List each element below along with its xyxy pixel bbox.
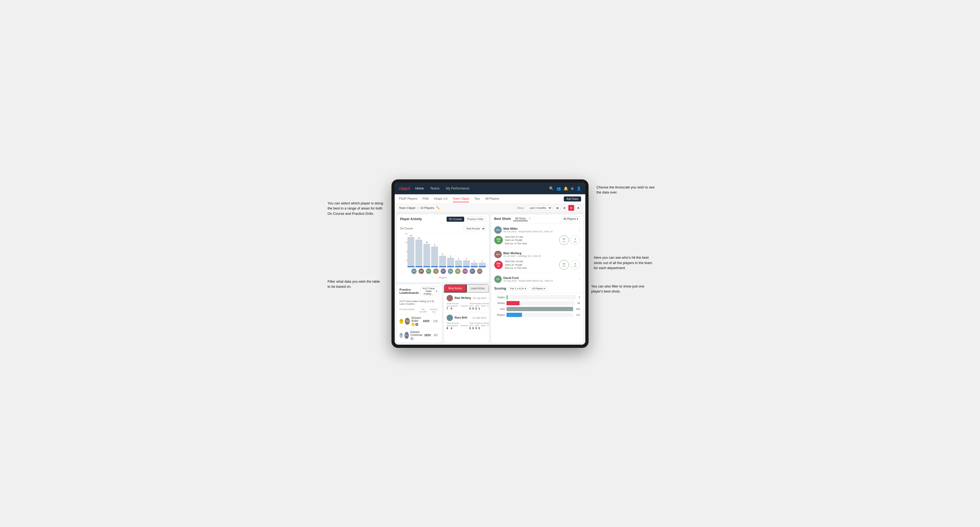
shot-player-meta-1: 09 Jun 2023 · Royal North Devon GC, Hole… bbox=[503, 230, 577, 233]
avatar-o-billingham: OB bbox=[448, 268, 453, 274]
bar-e-crossman: 2 bbox=[471, 233, 478, 267]
shot-badge-2: 200 SG bbox=[494, 260, 503, 269]
search-icon[interactable]: 🔍 bbox=[549, 186, 554, 190]
time-select[interactable]: Last 3 months Last 6 months Last year bbox=[527, 205, 552, 211]
edit-icon[interactable]: ✏️ bbox=[436, 206, 440, 210]
score-bar-eagles bbox=[506, 295, 508, 300]
view-settings-button[interactable]: ⚙ bbox=[575, 205, 581, 211]
sub-nav-hcaps[interactable]: Hcaps 1-5 bbox=[434, 195, 447, 202]
lb-avatar-2: EC bbox=[404, 332, 409, 339]
pai-date-1: 26 Aug 2023 bbox=[473, 297, 486, 300]
lb-row-1: 🥇 RB Richard Butler ★ 1 19/20 110 bbox=[397, 314, 442, 329]
player-avatars: BM BB DF JC EE OB RB MM EC LR bbox=[400, 267, 486, 276]
toggle-group: On Course Practice Drills bbox=[447, 217, 486, 222]
score-bar-bogeys bbox=[506, 313, 522, 317]
sub-nav-right: Add Team bbox=[564, 196, 581, 202]
lb-score-2: 18/20 bbox=[424, 334, 431, 337]
shot-stats-1: 67 yds 0 yds bbox=[559, 235, 580, 245]
player-filter-dropdown[interactable]: All Players ▾ bbox=[562, 217, 580, 221]
lb-dropdown[interactable]: PUTT Must Make Putting ... ▾ bbox=[420, 286, 439, 296]
score-num-eagles: 3 bbox=[579, 296, 580, 298]
team-name: Team Clippd bbox=[399, 206, 415, 210]
tab-most-active[interactable]: Most Active bbox=[444, 284, 466, 292]
score-row-pars: Pars 499 bbox=[494, 307, 580, 311]
scoring-header: Scoring Par 3, 4 & 5s ▾ All Players ▾ bbox=[491, 284, 583, 293]
sub-nav-pga[interactable]: PGA bbox=[423, 195, 429, 202]
player-count: 14 Players bbox=[420, 206, 434, 210]
tablet-screen: clippd Home Teams My Performance 🔍 👥 🔔 ⊕… bbox=[395, 183, 585, 344]
plus-circle-icon[interactable]: ⊕ bbox=[571, 186, 574, 190]
toggle-practice[interactable]: Practice Drills bbox=[465, 217, 486, 222]
view-grid-button[interactable]: ⊞ bbox=[554, 205, 560, 211]
x-axis-label: Players bbox=[400, 276, 486, 280]
score-label-bogeys: Bogeys bbox=[494, 314, 505, 316]
score-bar-pars bbox=[506, 307, 573, 311]
shot-player-name-2: Blair McHarg bbox=[503, 252, 577, 255]
score-bar-container-eagles bbox=[506, 295, 576, 300]
team-header: Team Clippd | 14 Players ✏️ Show: Last 3… bbox=[395, 204, 585, 213]
player-active-1: Blair McHarg 26 Aug 2023 Total Rounds To… bbox=[444, 293, 489, 313]
tab-least-active[interactable]: Least Active bbox=[466, 284, 489, 292]
shot-player-info-2: Blair McHarg 23 Jul 2023 · Ashridge GC, … bbox=[503, 252, 577, 257]
shot-player-row-1: MM Matt Miller 09 Jun 2023 · Royal North… bbox=[494, 226, 580, 234]
bell-icon[interactable]: 🔔 bbox=[563, 186, 568, 190]
shot-text-2: Shot Dist: 43 ydsStart Lie: RoughEnd Lie… bbox=[505, 260, 557, 270]
most-active-card: Most Active Least Active Blair McHarg 26… bbox=[444, 284, 489, 343]
shot-item-1[interactable]: MM Matt Miller 09 Jun 2023 · Royal North… bbox=[491, 224, 583, 248]
section-title: On Course bbox=[400, 227, 413, 230]
pai-name-1: Blair McHarg bbox=[455, 297, 471, 300]
sub-nav-all-players[interactable]: All Players bbox=[485, 195, 499, 202]
shot-player-info-3: David Ford 24 Aug 2023 · Royal North Dev… bbox=[503, 276, 577, 282]
lb-col-headers: PLAYER NAME PB SCORE PB AVG SQ bbox=[397, 307, 442, 314]
nav-link-teams[interactable]: Teams bbox=[429, 186, 441, 191]
score-label-eagles: Eagles bbox=[494, 296, 505, 298]
best-shots-title: Best Shots bbox=[494, 217, 511, 221]
view-list-button[interactable]: ☰ bbox=[562, 205, 567, 211]
lb-subtitle: PUTT Must Make Putting (3-6 ft), Last 3 … bbox=[397, 298, 442, 307]
score-row-eagles: Eagles 3 bbox=[494, 295, 580, 300]
y-axis: 15 10 5 0 bbox=[400, 233, 407, 262]
bar-o-billingham: 4 bbox=[447, 233, 454, 267]
tab-all-shots[interactable]: All Shots bbox=[513, 217, 528, 221]
lb-score-1: 19/20 bbox=[422, 320, 430, 322]
shot-details-1: 200 SG Shot Dist: 67 ydsStart Lie: Rough… bbox=[494, 235, 580, 245]
scoring-chart: Eagles 3 Birdies bbox=[491, 293, 583, 321]
leaderboard-card: Practice Leaderboards PUTT Must Make Put… bbox=[397, 284, 442, 343]
lb-title: Practice Leaderboards bbox=[399, 288, 419, 294]
pai-top-1: Blair McHarg 26 Aug 2023 bbox=[447, 295, 486, 301]
users-icon[interactable]: 👥 bbox=[556, 186, 561, 190]
scoring-filter-1[interactable]: Par 3, 4 & 5s ▾ bbox=[508, 286, 528, 290]
sub-nav-tour[interactable]: Tour bbox=[474, 195, 480, 202]
bottom-left-section: Practice Leaderboards PUTT Must Make Put… bbox=[397, 284, 489, 343]
sub-nav-team-clippd[interactable]: Team Clippd bbox=[453, 195, 469, 202]
shot-item-2[interactable]: BM Blair McHarg 23 Jul 2023 · Ashridge G… bbox=[491, 248, 583, 273]
lb-player-name-1: Richard Butler ★ 1 bbox=[412, 316, 420, 326]
score-label-birdies: Birdies bbox=[494, 302, 505, 305]
scoring-filter-2[interactable]: All Players ▾ bbox=[530, 286, 547, 290]
lb-col-player: PLAYER NAME bbox=[399, 308, 418, 313]
avatar-e-crossman: EC bbox=[469, 268, 475, 274]
shot-badge-1: 200 SG bbox=[494, 236, 503, 244]
nav-link-home[interactable]: Home bbox=[414, 186, 425, 191]
annotation-right-bottom: You can also filter to show just one pla… bbox=[591, 284, 655, 294]
sub-nav-pgat[interactable]: PGAT Players bbox=[399, 195, 417, 202]
page-wrapper: Choose the timescale you wish to see the… bbox=[330, 179, 650, 348]
user-icon[interactable]: 👤 bbox=[577, 186, 581, 190]
nav-link-performance[interactable]: My Performance bbox=[445, 186, 471, 191]
shot-text-1: Shot Dist: 67 ydsStart Lie: RoughEnd Lie… bbox=[505, 235, 557, 245]
activity-title: Player Activity bbox=[400, 217, 447, 221]
scoring-title: Scoring bbox=[494, 287, 506, 290]
pai-avatar-2 bbox=[447, 314, 453, 321]
bar-b-mcharg: 13 bbox=[407, 233, 414, 267]
player-activity-card: Player Activity On Course Practice Drill… bbox=[397, 214, 489, 282]
avatar-b-mcharg: BM bbox=[411, 268, 417, 274]
pai-stats-1: Total Rounds Tournament Practice 7 6 bbox=[447, 302, 486, 310]
view-heart-button[interactable]: ♥ bbox=[568, 205, 574, 211]
chart-dropdown[interactable]: Total Rounds Fairways Hit bbox=[464, 226, 486, 231]
score-num-birdies: 96 bbox=[578, 302, 580, 305]
add-team-button[interactable]: Add Team bbox=[564, 197, 581, 202]
nav-icons: 🔍 👥 🔔 ⊕ 👤 bbox=[549, 186, 581, 190]
activity-header: Player Activity On Course Practice Drill… bbox=[397, 214, 489, 224]
toggle-on-course[interactable]: On Course bbox=[447, 217, 464, 222]
lb-col-score: PB SCORE bbox=[418, 308, 428, 313]
